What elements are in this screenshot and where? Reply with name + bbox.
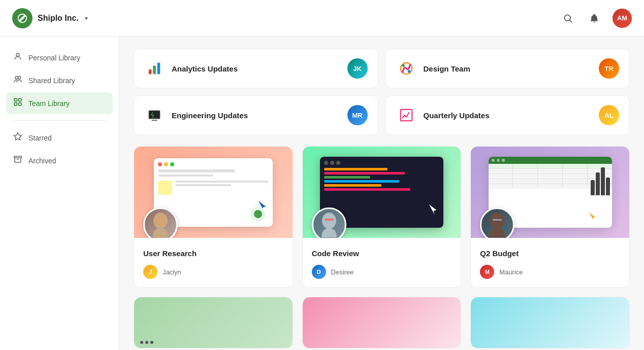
app-layout: Personal Library Shared Library xyxy=(0,37,644,350)
sidebar: Personal Library Shared Library xyxy=(0,37,119,350)
channel-left: Quarterly Updates xyxy=(396,105,490,125)
channel-left: Engineering Updates xyxy=(144,105,248,125)
channel-avatar-engineering: MR xyxy=(347,105,368,125)
channel-card-analytics-updates[interactable]: Analytics Updates JK xyxy=(134,49,378,88)
doc-card-body-user-research: User Research J Jaclyn xyxy=(134,238,293,287)
doc-card-bottom-1[interactable] xyxy=(134,297,293,348)
engineering-icon xyxy=(144,105,165,125)
doc-title-code-review: Code Review xyxy=(312,249,452,258)
doc-card-bottom-3[interactable] xyxy=(470,297,630,348)
svg-point-15 xyxy=(407,70,410,73)
svg-point-2 xyxy=(16,53,19,56)
sidebar-item-team-library[interactable]: Team Library xyxy=(6,92,113,114)
sidebar-label-shared-library: Shared Library xyxy=(28,77,75,85)
sidebar-label-personal-library: Personal Library xyxy=(28,54,80,62)
person-icon xyxy=(13,52,22,63)
svg-point-0 xyxy=(21,17,24,20)
sidebar-label-team-library: Team Library xyxy=(28,99,70,108)
logo-icon xyxy=(12,8,33,28)
sidebar-label-archived: Archived xyxy=(28,157,56,165)
svg-rect-11 xyxy=(153,65,156,74)
grid-icon xyxy=(13,97,22,109)
doc-title-q2-budget: Q2 Budget xyxy=(480,249,620,258)
doc-thumb-user-research xyxy=(134,147,293,238)
svg-rect-7 xyxy=(14,103,17,106)
doc-thumb-bottom-1 xyxy=(134,297,293,348)
channel-avatar-quarterly: AL xyxy=(599,105,619,125)
channel-card-quarterly-updates[interactable]: Quarterly Updates AL xyxy=(385,95,630,135)
svg-rect-12 xyxy=(157,63,160,75)
sidebar-divider xyxy=(13,120,106,121)
user-avatar[interactable]: AM xyxy=(613,9,632,28)
doc-thumb-bottom-3 xyxy=(471,297,629,348)
doc-card-body-code-review: Code Review D Desiree xyxy=(303,238,461,287)
doc-title-user-research: User Research xyxy=(143,249,283,258)
company-logo[interactable]: Shiplo Inc. ▾ xyxy=(12,8,88,28)
svg-point-21 xyxy=(155,215,166,227)
channel-name-design: Design Team xyxy=(424,64,470,73)
author-avatar-maurice: M xyxy=(480,265,494,279)
company-name: Shiplo Inc. xyxy=(38,14,79,23)
header-icons: AM xyxy=(560,9,632,28)
analytics-icon xyxy=(144,58,165,79)
svg-rect-5 xyxy=(14,98,17,101)
svg-rect-10 xyxy=(149,69,152,74)
doc-card-q2-budget[interactable]: Q2 Budget M Maurice xyxy=(470,146,630,288)
bell-icon[interactable] xyxy=(586,10,602,26)
archive-icon xyxy=(13,155,22,166)
author-avatar-desiree: D xyxy=(312,265,326,279)
channel-card-design-team[interactable]: Design Team TR xyxy=(385,49,630,88)
svg-point-4 xyxy=(18,76,20,79)
doc-grid: User Research J Jaclyn xyxy=(134,146,630,348)
channel-avatar-analytics: JK xyxy=(347,58,368,79)
doc-card-code-review[interactable]: Code Review D Desiree xyxy=(302,146,462,288)
star-icon xyxy=(13,132,22,144)
sidebar-item-archived[interactable]: Archived xyxy=(6,150,113,171)
doc-author-q2-budget: M Maurice xyxy=(480,265,620,279)
svg-rect-23 xyxy=(325,219,334,221)
svg-rect-25 xyxy=(493,219,502,221)
doc-thumb-code-review xyxy=(303,147,461,238)
doc-card-body-q2-budget: Q2 Budget M Maurice xyxy=(471,238,629,287)
svg-rect-6 xyxy=(19,98,21,101)
svg-rect-19 xyxy=(400,110,412,121)
svg-point-3 xyxy=(15,76,18,79)
app-header: Shiplo Inc. ▾ AM xyxy=(0,0,644,37)
channel-name-quarterly: Quarterly Updates xyxy=(424,111,490,120)
doc-thumb-bottom-2 xyxy=(303,297,461,348)
channel-left: Analytics Updates xyxy=(144,58,238,79)
author-avatar-jaclyn: J xyxy=(143,265,157,279)
sidebar-label-starred: Starred xyxy=(28,134,52,142)
svg-rect-9 xyxy=(14,156,22,158)
main-content: Analytics Updates JK Design Team xyxy=(119,37,644,350)
doc-thumb-q2-budget xyxy=(471,147,629,238)
channel-card-engineering-updates[interactable]: Engineering Updates MR xyxy=(134,95,378,135)
doc-author-code-review: D Desiree xyxy=(312,265,452,279)
person-jaclyn xyxy=(143,207,178,238)
svg-rect-18 xyxy=(151,120,157,121)
channel-name-engineering: Engineering Updates xyxy=(172,111,248,120)
svg-rect-17 xyxy=(150,112,159,118)
channel-left: Design Team xyxy=(396,58,470,79)
sidebar-item-personal-library[interactable]: Personal Library xyxy=(6,47,113,68)
quarterly-icon xyxy=(396,105,416,125)
author-name-maurice: Maurice xyxy=(499,268,523,276)
sidebar-item-shared-library[interactable]: Shared Library xyxy=(6,69,113,91)
sidebar-item-starred[interactable]: Starred xyxy=(6,127,113,149)
person-desiree xyxy=(312,207,346,238)
author-name-jaclyn: Jaclyn xyxy=(163,268,181,276)
chevron-down-icon: ▾ xyxy=(85,15,88,22)
channel-avatar-design: TR xyxy=(599,58,619,79)
channel-grid: Analytics Updates JK Design Team xyxy=(134,49,630,135)
svg-rect-8 xyxy=(19,103,21,106)
channel-name-analytics: Analytics Updates xyxy=(172,64,238,73)
svg-point-14 xyxy=(402,64,405,67)
search-icon[interactable] xyxy=(560,10,576,26)
doc-author-user-research: J Jaclyn xyxy=(143,265,283,279)
design-icon xyxy=(396,58,416,79)
author-name-desiree: Desiree xyxy=(331,268,354,276)
doc-card-user-research[interactable]: User Research J Jaclyn xyxy=(134,146,293,288)
doc-card-bottom-2[interactable] xyxy=(302,297,462,348)
people-icon xyxy=(13,75,22,86)
